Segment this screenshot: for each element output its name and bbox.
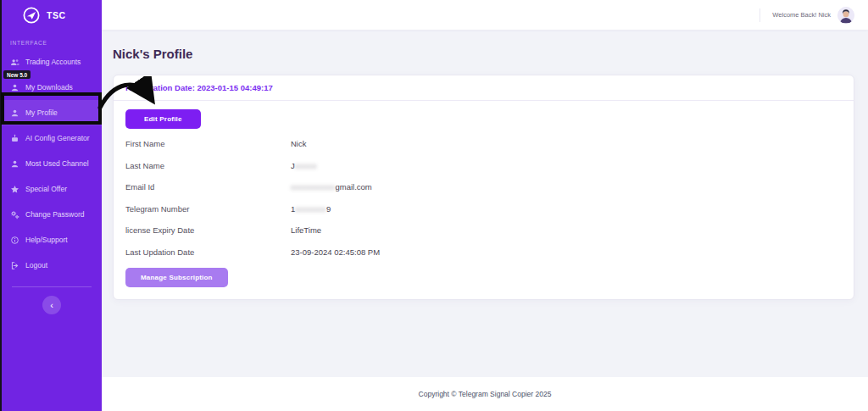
info-icon xyxy=(10,236,19,245)
field-label: Email Id xyxy=(125,182,291,192)
brand-name: TSC xyxy=(47,10,66,20)
field-value: Nick xyxy=(291,139,306,148)
sidebar-item-help-support[interactable]: Help/Support xyxy=(2,227,102,253)
welcome-text: Welcome Back! Nick xyxy=(772,11,831,19)
field-telegram-number: Telegram Number 1xxxxxxx9 xyxy=(125,198,842,220)
star-icon xyxy=(10,185,19,194)
field-label: Telegram Number xyxy=(125,204,291,214)
sidebar-item-logout[interactable]: Logout xyxy=(2,253,102,278)
field-value: Jxxxxx xyxy=(291,161,317,170)
sidebar-item-label: Change Password xyxy=(25,210,84,219)
field-last-name: Last Name Jxxxxx xyxy=(125,155,842,177)
sidebar-section-label: INTERFACE xyxy=(2,30,102,49)
sidebar-item-label: Trading Accounts xyxy=(25,58,81,66)
topbar-divider xyxy=(760,8,760,22)
sidebar-item-label: Logout xyxy=(25,261,47,269)
sidebar-item-label: My Profile xyxy=(25,108,58,117)
field-last-updation: Last Updation Date 23-09-2024 02:45:08 P… xyxy=(125,242,842,264)
field-license-expiry: license Expiry Date LifeTime xyxy=(125,219,842,242)
top-bar: Welcome Back! Nick xyxy=(102,0,868,30)
profile-card: Registration Date: 2023-01-15 04:49:17 E… xyxy=(113,75,854,300)
sidebar-collapse-button[interactable]: ‹ xyxy=(42,296,61,314)
user-avatar[interactable] xyxy=(837,7,854,24)
field-value: xxxxxxxxxxgmail.com xyxy=(291,182,372,192)
gears-icon xyxy=(10,210,19,219)
sidebar-item-most-used-channel[interactable]: Most Used Channel xyxy=(2,151,102,176)
sidebar-divider xyxy=(12,286,92,287)
robot-icon xyxy=(10,134,19,143)
redacted-text: xxxxxxxxxx xyxy=(291,182,336,192)
brand-logo-block[interactable]: TSC xyxy=(2,0,102,30)
copyright-text: Copyright © Telegram Signal Copier 2025 xyxy=(419,390,552,398)
sidebar-item-change-password[interactable]: Change Password xyxy=(2,202,102,227)
field-value: 1xxxxxxx9 xyxy=(291,204,331,214)
edit-profile-button[interactable]: Edit Profile xyxy=(125,109,201,129)
new-version-badge: New 5.0 xyxy=(3,70,31,79)
sidebar-item-special-offer[interactable]: Special Offer xyxy=(2,176,102,202)
field-value: 23-09-2024 02:45:08 PM xyxy=(291,247,380,257)
profile-card-body: Edit Profile First Name Nick Last Name J… xyxy=(114,101,854,299)
users-icon xyxy=(10,58,19,67)
field-label: Last Updation Date xyxy=(125,247,291,257)
redacted-text: xxxxx xyxy=(295,161,317,170)
person-icon xyxy=(10,83,19,92)
field-label: license Expiry Date xyxy=(125,225,291,235)
person-icon xyxy=(10,108,19,118)
redacted-text: xxxxxxx xyxy=(295,204,326,214)
chevron-left-icon: ‹ xyxy=(50,301,53,310)
manage-subscription-button[interactable]: Manage Subscription xyxy=(125,268,228,287)
sidebar-item-label: Special Offer xyxy=(25,185,67,193)
sidebar-item-ai-config-generator[interactable]: AI Config Generator xyxy=(2,125,102,151)
footer: Copyright © Telegram Signal Copier 2025 xyxy=(102,377,868,411)
content-area: Nick's Profile Registration Date: 2023-0… xyxy=(102,30,868,377)
person-icon xyxy=(10,159,19,169)
field-label: First Name xyxy=(125,139,291,148)
field-first-name: First Name Nick xyxy=(125,133,842,155)
main-column: Welcome Back! Nick Nick's Profile Regist… xyxy=(102,0,868,411)
sidebar-item-label: Help/Support xyxy=(25,236,68,244)
page-title: Nick's Profile xyxy=(113,47,854,61)
field-value: LifeTime xyxy=(291,225,321,235)
sidebar-item-my-profile[interactable]: My Profile xyxy=(2,100,102,125)
avatar-illustration xyxy=(837,7,854,24)
sidebar-item-label: Most Used Channel xyxy=(25,159,89,168)
field-email-id: Email Id xxxxxxxxxxgmail.com xyxy=(125,176,842,198)
registration-date: Registration Date: 2023-01-15 04:49:17 xyxy=(114,75,854,101)
app-window: TSC INTERFACE New 5.0 Trading Accounts M… xyxy=(0,0,868,411)
sidebar-item-label: AI Config Generator xyxy=(25,134,90,142)
sidebar-item-label: My Downloads xyxy=(25,83,73,92)
sidebar: TSC INTERFACE New 5.0 Trading Accounts M… xyxy=(0,0,102,411)
tsc-logo-icon xyxy=(22,6,41,25)
field-label: Last Name xyxy=(125,161,291,170)
logout-icon xyxy=(10,261,19,270)
